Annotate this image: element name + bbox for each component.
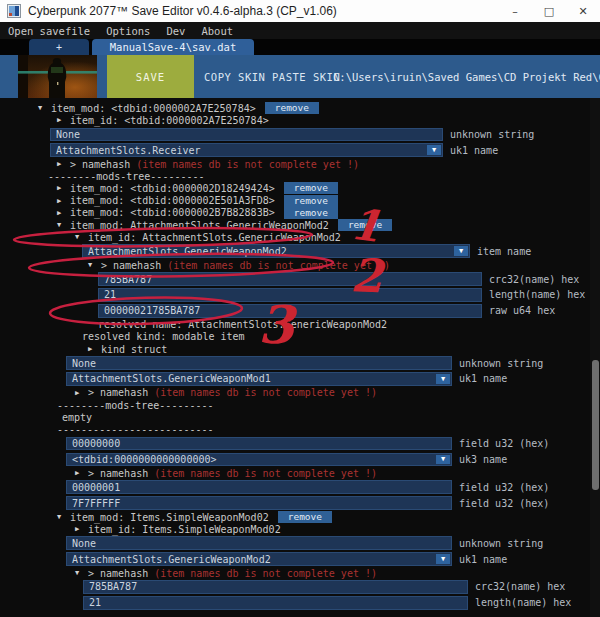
node-label[interactable]: > namehash	[70, 159, 130, 170]
menu-about[interactable]: About	[193, 25, 241, 37]
tree-collapsed-icon[interactable]: ▶	[75, 525, 88, 533]
value-input[interactable]: None	[66, 536, 452, 550]
node-label[interactable]: item_id: AttachmentSlots.GenericWeaponMo…	[88, 232, 341, 243]
node-label[interactable]: > namehash	[88, 568, 148, 579]
tree-collapsed-icon[interactable]: ▶	[57, 160, 70, 168]
value-input[interactable]: 785BA787	[83, 580, 468, 594]
dropdown-arrow-icon[interactable]: ▼	[436, 374, 450, 384]
tree-collapsed-icon[interactable]: ▶	[75, 469, 88, 477]
minimize-button[interactable]: –	[498, 0, 532, 22]
remove-button[interactable]: remove	[284, 195, 338, 207]
tab-active-savefile[interactable]: ManualSave-4\sav.dat	[92, 39, 254, 55]
tree-collapsed-icon[interactable]: ▶	[57, 184, 70, 192]
dropdown-arrow-icon[interactable]: ▼	[436, 554, 450, 564]
save-button[interactable]: SAVE	[107, 55, 194, 98]
node-label: resolved name: AttachmentSlots.GenericWe…	[98, 319, 387, 330]
text-row: resolved kind: modable item	[0, 331, 600, 343]
node-label[interactable]: item_mod: <tdbid:0000002D18249424>	[70, 183, 275, 194]
menu-bar: Open savefile Options Dev About	[0, 22, 600, 39]
value-input[interactable]: None	[50, 128, 443, 142]
new-tab-button[interactable]: +	[29, 39, 89, 55]
node-label[interactable]: item_mod: <tdbid:0000002B7B82883B>	[70, 207, 275, 218]
tree-expanded-icon[interactable]: ▼	[38, 104, 51, 112]
field-row: 00000021785BA787raw u64 hex	[0, 303, 600, 319]
value-input[interactable]: None	[66, 356, 452, 370]
node-label[interactable]: item_mod: <tdbid:0000002A7E250784>	[51, 103, 256, 114]
node-label[interactable]: kind struct	[101, 344, 167, 355]
field-label: uk3 name	[452, 454, 600, 465]
node-label[interactable]: > namehash	[88, 387, 148, 398]
warning-text: (item names db is not complete yet !)	[136, 159, 359, 170]
value-input[interactable]: 7F7FFFFF	[66, 496, 452, 510]
field-value: 21	[104, 289, 116, 300]
value-input[interactable]: 785BA787	[98, 272, 482, 286]
field-label: unknown string	[443, 129, 600, 140]
field-row: 00000000field u32 (hex)	[0, 436, 600, 452]
tree-row: ▼item_mod: AttachmentSlots.GenericWeapon…	[0, 219, 600, 231]
node-label[interactable]: item_mod: Items.SimpleWeaponMod02	[70, 512, 269, 523]
name-dropdown[interactable]: AttachmentSlots.GenericWeaponMod1▼	[66, 372, 452, 386]
tree-collapsed-icon[interactable]: ▶	[88, 345, 101, 353]
savefile-path: C:\Users\iruin\Saved Games\CD Projekt Re…	[333, 55, 600, 98]
field-label: uk1 name	[443, 145, 600, 156]
scrollbar-thumb[interactable]	[592, 360, 599, 490]
copy-skin-button[interactable]: COPY SKIN	[204, 55, 265, 98]
name-dropdown[interactable]: AttachmentSlots.Receiver▼	[50, 143, 443, 157]
tree-expanded-icon[interactable]: ▼	[75, 569, 88, 577]
node-label[interactable]: item_mod: <tdbid:0000002E501A3FD8>	[70, 195, 275, 206]
paste-skin-button[interactable]: PASTE SKIN	[272, 55, 340, 98]
remove-button[interactable]: remove	[284, 182, 338, 194]
value-input[interactable]: 21	[98, 288, 482, 302]
close-button[interactable]: ✕	[566, 0, 600, 22]
select-row: <tdbid:0000000000000000>▼uk3 name	[0, 451, 600, 467]
name-dropdown[interactable]: AttachmentSlots.GenericWeaponMod2▼	[66, 552, 452, 566]
value-input[interactable]: 21	[83, 596, 468, 610]
dropdown-arrow-icon[interactable]: ▼	[454, 246, 468, 256]
dropdown-arrow-icon[interactable]: ▼	[427, 145, 441, 155]
node-label[interactable]: > namehash	[101, 260, 161, 271]
scrollbar-track[interactable]	[590, 98, 600, 617]
field-row: 00000001field u32 (hex)	[0, 479, 600, 495]
field-value: 00000001	[72, 482, 120, 493]
maximize-button[interactable]: □	[532, 0, 566, 22]
tree-expanded-icon[interactable]: ▼	[57, 513, 70, 521]
tree-expanded-icon[interactable]: ▼	[75, 233, 88, 241]
tree-collapsed-icon[interactable]: ▶	[57, 197, 70, 205]
name-dropdown[interactable]: <tdbid:0000000000000000>▼	[66, 453, 452, 467]
window-controls: – □ ✕	[498, 0, 600, 22]
field-value: AttachmentSlots.GenericWeaponMod2	[72, 554, 271, 565]
tree-expanded-icon[interactable]: ▼	[57, 221, 70, 229]
menu-dev[interactable]: Dev	[158, 25, 193, 37]
tree-collapsed-icon[interactable]: ▶	[57, 116, 70, 124]
character-portrait	[18, 55, 97, 98]
tree-collapsed-icon[interactable]: ▶	[57, 209, 70, 217]
tree-row: ▼item_id: AttachmentSlots.GenericWeaponM…	[0, 231, 600, 243]
remove-button[interactable]: remove	[284, 207, 338, 219]
field-value: AttachmentSlots.Receiver	[56, 145, 201, 156]
remove-button[interactable]: remove	[278, 511, 332, 523]
remove-button[interactable]: remove	[338, 219, 392, 231]
field-label: length(name) hex	[482, 289, 600, 300]
menu-open-savefile[interactable]: Open savefile	[0, 25, 98, 37]
name-dropdown[interactable]: AttachmentSlots.GenericWeaponMod2▼	[82, 244, 470, 258]
field-label: crc32(name) hex	[468, 581, 600, 592]
warning-text: (item names db is not complete yet !)	[167, 260, 390, 271]
tree-collapsed-icon[interactable]: ▶	[75, 389, 88, 397]
remove-button[interactable]: remove	[265, 102, 319, 114]
editor-rows: ▼item_mod: <tdbid:0000002A7E250784>remov…	[0, 98, 600, 611]
value-input[interactable]: 00000021785BA787	[98, 304, 482, 318]
value-input[interactable]: 00000000	[66, 437, 452, 451]
node-label[interactable]: item_id: <tdbid:0000002A7E250784>	[70, 115, 269, 126]
node-label[interactable]: > namehash	[88, 468, 148, 479]
tree-expanded-icon[interactable]: ▼	[88, 261, 101, 269]
field-label: unknown string	[452, 358, 600, 369]
field-row: 21length(name) hex	[0, 595, 600, 611]
value-input[interactable]: 00000001	[66, 480, 452, 494]
node-label[interactable]: item_id: Items.SimpleWeaponMod02	[88, 524, 281, 535]
field-label: item name	[470, 246, 600, 257]
menu-options[interactable]: Options	[98, 25, 158, 37]
tree-row: ▶item_mod: <tdbid:0000002D18249424>remov…	[0, 182, 600, 194]
dropdown-arrow-icon[interactable]: ▼	[436, 455, 450, 465]
field-row: 785BA787crc32(name) hex	[0, 579, 600, 595]
node-label[interactable]: item_mod: AttachmentSlots.GenericWeaponM…	[70, 220, 329, 231]
